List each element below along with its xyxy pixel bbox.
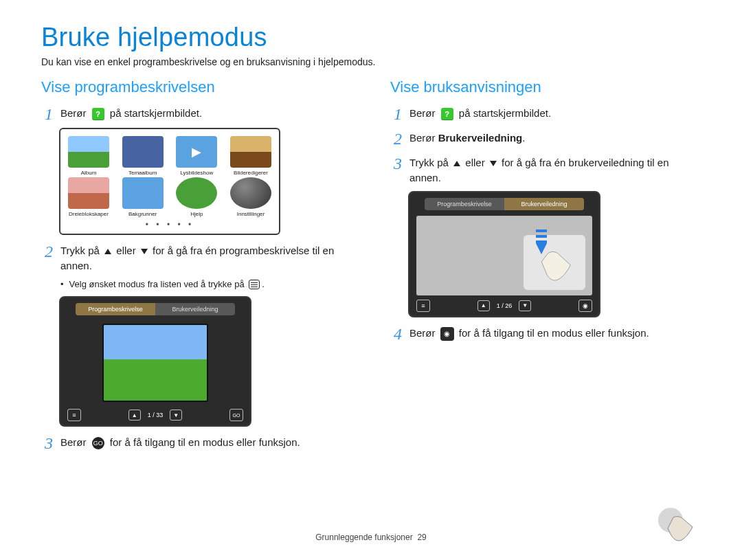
t: for å gå fra én brukerveiledning til en …: [409, 157, 668, 183]
guide-illustration: [416, 216, 592, 295]
footer-page-number: 29: [417, 533, 426, 542]
step2-text: Trykk på eller for å gå fra én programbe…: [60, 243, 352, 273]
step1-text: Berør ? på startskjermbildet.: [60, 106, 352, 121]
sub-bullet: • Velg ønsket modus fra listen ved å try…: [41, 279, 352, 290]
tile-label: Lysbildeshow: [180, 170, 213, 176]
t: Berør: [60, 436, 87, 448]
tab-userguide: Brukerveiledning: [504, 198, 584, 210]
camera-button: ◉: [578, 300, 592, 312]
t: Velg ønsket modus fra listen ved å trykk…: [69, 279, 245, 289]
step-number: 2: [41, 243, 56, 260]
tile-label: Hjelp: [190, 211, 203, 217]
step2-text: Berør Brukerveiledning.: [409, 131, 701, 146]
nav-down: ▼: [519, 300, 531, 311]
page-dots: • • • • •: [65, 220, 275, 229]
tab-userguide: Brukerveiledning: [155, 303, 235, 315]
down-triangle-icon: [141, 249, 148, 254]
tab-progdesc: Programbeskrivelse: [425, 198, 504, 210]
right-heading: Vise bruksanvisningen: [390, 78, 701, 96]
t: for å gå fra én programbeskrivelse til e…: [60, 245, 334, 271]
list-icon: [249, 280, 260, 289]
t: for å få tilgang til en modus eller funk…: [110, 436, 300, 448]
step-number: 4: [390, 326, 405, 342]
list-button: ≡: [67, 409, 81, 421]
help-icon: ?: [92, 108, 104, 120]
go-button: GO: [229, 409, 243, 421]
t: for å få tilgang til en modus eller funk…: [459, 327, 649, 339]
gear-icon: [230, 177, 271, 209]
camera-preview: [102, 324, 208, 402]
step1-text: Berør ? på startskjermbildet.: [409, 106, 701, 121]
help-icon: ?: [441, 108, 453, 120]
page-footer: Grunnleggende funksjoner 29: [0, 533, 742, 542]
t: Trykk på: [60, 245, 100, 256]
up-triangle-icon: [453, 161, 460, 166]
nav-up: ▲: [477, 300, 490, 311]
t: på startskjermbildet.: [110, 107, 202, 119]
t: Berør: [409, 132, 438, 144]
t: eller: [116, 245, 135, 256]
device-preview-progdesc: Programbeskrivelse Brukerveiledning ≡ ▲ …: [59, 296, 251, 427]
down-triangle-icon: [490, 161, 497, 166]
tile-label: Bakgrunner: [128, 211, 157, 217]
nav-down: ▼: [170, 410, 182, 421]
go-icon: GO: [92, 437, 104, 449]
up-triangle-icon: [104, 249, 111, 254]
tile-label: Album: [81, 170, 97, 176]
t: .: [522, 132, 525, 144]
home-grid-preview: Album Temaalbum ▶Lysbildeshow Bilderedig…: [59, 128, 280, 235]
step4-text: Berør ◉ for å få tilgang til en modus el…: [409, 326, 701, 341]
step3-text: Berør GO for å få tilgang til en modus e…: [60, 435, 352, 450]
t-bold: Brukerveiledning: [438, 132, 523, 144]
tile-label: Dreieblokskaper: [69, 211, 109, 217]
camera-go-icon: ◉: [440, 327, 454, 341]
step-number: 2: [390, 131, 405, 147]
nav-up: ▲: [128, 410, 141, 421]
left-heading: Vise programbeskrivelsen: [41, 78, 352, 96]
tile-label: Temaalbum: [128, 170, 157, 176]
touch-finger-icon: [655, 505, 699, 549]
t: Berør: [409, 327, 436, 339]
step-number: 1: [390, 106, 405, 122]
tile-label: Bilderedigerer: [234, 170, 268, 176]
step3-text: Trykk på eller for å gå fra én brukervei…: [409, 155, 701, 186]
page-title: Bruke hjelpemodus: [41, 23, 701, 52]
tab-progdesc: Programbeskrivelse: [76, 303, 155, 315]
t: eller: [465, 157, 484, 168]
footer-section: Grunnleggende funksjoner: [315, 533, 412, 542]
intro-text: Du kan vise en enkel programbeskrivelse …: [41, 56, 701, 67]
step-number: 3: [41, 435, 56, 451]
col-program-description: Vise programbeskrivelsen 1 Berør ? på st…: [41, 78, 352, 458]
t: på startskjermbildet.: [459, 107, 551, 119]
step-number: 1: [41, 106, 56, 122]
t: Trykk på: [409, 157, 449, 168]
t: Berør: [60, 107, 87, 119]
device-preview-guide: Programbeskrivelse Brukerveiledning ≡ ▲: [408, 191, 600, 317]
page-counter: 1 / 26: [497, 302, 513, 309]
tile-label: Innstillinger: [237, 211, 265, 217]
page-counter: 1 / 33: [148, 412, 164, 418]
step-number: 3: [390, 155, 405, 172]
col-user-guide: Vise bruksanvisningen 1 Berør ? på start…: [390, 78, 701, 458]
t: Berør: [409, 107, 436, 119]
list-button: ≡: [416, 300, 430, 312]
